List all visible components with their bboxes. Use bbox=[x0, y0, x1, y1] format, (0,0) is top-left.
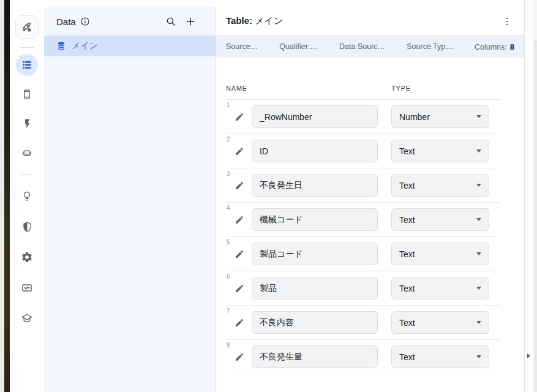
edit-column-icon[interactable] bbox=[235, 318, 244, 328]
search-icon[interactable] bbox=[165, 16, 176, 27]
sidebar-item-data[interactable] bbox=[10, 50, 44, 80]
column-type-value: Text bbox=[399, 146, 415, 156]
lightbulb-icon bbox=[21, 190, 33, 202]
column-name-input[interactable] bbox=[252, 311, 378, 334]
column-type-value: Text bbox=[399, 318, 415, 328]
column-type-select[interactable]: Text bbox=[391, 345, 489, 368]
column-type-value: Text bbox=[399, 352, 415, 362]
summary-field[interactable]: Source… bbox=[226, 42, 258, 51]
column-name-input[interactable] bbox=[252, 140, 378, 162]
column-row: 3 Text bbox=[226, 168, 500, 203]
rocket-icon bbox=[20, 20, 34, 34]
edit-column-icon[interactable] bbox=[235, 284, 244, 293]
column-name-input[interactable] bbox=[252, 208, 378, 231]
sidebar-item-security[interactable] bbox=[10, 211, 44, 242]
edit-column-icon[interactable] bbox=[235, 215, 244, 225]
data-panel: Data bbox=[44, 7, 216, 392]
column-type-select[interactable]: Number bbox=[391, 105, 489, 128]
data-panel-title: Data bbox=[56, 17, 76, 27]
column-type-value: Text bbox=[399, 249, 415, 259]
sidebar-item-actions[interactable] bbox=[10, 109, 44, 138]
table-list-item-label: メイン bbox=[72, 40, 98, 51]
columns-count-label: Columns: bbox=[475, 43, 507, 51]
database-icon bbox=[56, 41, 66, 51]
data-panel-header: Data bbox=[44, 7, 216, 36]
row-index: 7 bbox=[227, 307, 230, 314]
columns-table-head: NAME TYPE bbox=[226, 85, 500, 93]
kebab-menu-icon bbox=[501, 16, 513, 27]
column-row: 2 Text bbox=[226, 134, 500, 168]
appsheet-editor-window: Data bbox=[0, 0, 537, 392]
sidebar-item-manage[interactable] bbox=[10, 273, 44, 303]
row-index: 8 bbox=[227, 342, 230, 349]
columns-rows: 1 Number 2 Text 3 bbox=[226, 100, 500, 374]
sidebar-item-settings[interactable] bbox=[10, 242, 44, 273]
column-type-select[interactable]: Text bbox=[391, 174, 489, 197]
column-type-value: Text bbox=[399, 284, 415, 293]
table-list-item-main[interactable]: メイン bbox=[44, 36, 216, 56]
column-name-input[interactable] bbox=[252, 277, 378, 300]
column-row: 1 Number bbox=[226, 100, 500, 134]
column-type-select[interactable]: Text bbox=[391, 208, 489, 231]
columns-count: Columns:8 bbox=[475, 42, 514, 51]
row-index: 6 bbox=[227, 273, 230, 280]
monitor-icon bbox=[21, 282, 33, 294]
column-name-input[interactable] bbox=[252, 243, 378, 265]
chevron-down-icon bbox=[476, 252, 481, 255]
column-type-select[interactable]: Text bbox=[391, 311, 489, 334]
column-type-select[interactable]: Text bbox=[391, 243, 489, 265]
right-panel-gutter bbox=[524, 0, 533, 392]
chevron-down-icon bbox=[476, 218, 481, 221]
column-row: 5 Text bbox=[226, 237, 500, 271]
table-name: メイン bbox=[255, 15, 283, 26]
table-editor-header: Table: メイン bbox=[216, 7, 524, 36]
summary-field[interactable]: Qualifier:… bbox=[279, 42, 318, 51]
table-editor-pane: Table: メイン Source…Qualifier:…Data Sourc…… bbox=[216, 7, 524, 392]
edit-column-icon[interactable] bbox=[235, 181, 244, 190]
sidebar-item-learn[interactable] bbox=[10, 303, 44, 334]
row-index: 3 bbox=[227, 170, 230, 177]
row-index: 2 bbox=[227, 136, 230, 143]
summary-field[interactable]: Source Typ… bbox=[407, 42, 453, 51]
chevron-down-icon bbox=[476, 355, 481, 358]
info-icon[interactable] bbox=[80, 17, 90, 26]
column-name-input[interactable] bbox=[252, 345, 378, 368]
table-menu-button[interactable] bbox=[500, 14, 514, 29]
column-row: 8 Text bbox=[226, 340, 500, 374]
edit-column-icon[interactable] bbox=[235, 146, 244, 156]
bolt-icon bbox=[21, 118, 32, 129]
summary-field[interactable]: Data Sourc… bbox=[339, 42, 385, 51]
desktop-right-edge bbox=[534, 0, 537, 392]
desktop-wallpaper-strip bbox=[4, 0, 10, 392]
chevron-right-icon[interactable] bbox=[527, 353, 530, 358]
column-type-select[interactable]: Text bbox=[391, 277, 489, 300]
sidebar-item-automation[interactable] bbox=[10, 138, 44, 168]
column-name-input[interactable] bbox=[252, 174, 378, 197]
row-index: 4 bbox=[227, 205, 230, 211]
column-type-value: Number bbox=[399, 112, 430, 122]
left-nav-rail bbox=[10, 0, 44, 392]
robot-icon bbox=[21, 147, 33, 159]
sidebar-item-app-views[interactable] bbox=[10, 80, 44, 109]
row-index: 5 bbox=[227, 239, 230, 246]
chevron-down-icon bbox=[476, 287, 481, 290]
column-type-value: Text bbox=[399, 181, 415, 190]
edit-column-icon[interactable] bbox=[235, 249, 244, 259]
rail-divider bbox=[20, 174, 34, 175]
column-name-input[interactable] bbox=[252, 105, 378, 128]
column-type-value: Text bbox=[399, 215, 415, 225]
column-type-select[interactable]: Text bbox=[391, 140, 489, 162]
phone-icon bbox=[21, 88, 33, 100]
app-preview-button[interactable] bbox=[15, 15, 39, 39]
data-icon bbox=[21, 59, 33, 71]
edit-column-icon[interactable] bbox=[235, 352, 244, 362]
shield-icon bbox=[21, 221, 33, 233]
row-index: 1 bbox=[227, 102, 230, 108]
add-icon[interactable] bbox=[185, 16, 196, 27]
gear-icon bbox=[21, 251, 33, 263]
columns-count-value: 8 bbox=[510, 42, 514, 51]
edit-column-icon[interactable] bbox=[235, 112, 244, 122]
column-row: 7 Text bbox=[226, 306, 500, 340]
sidebar-item-intelligence[interactable] bbox=[10, 181, 44, 211]
graduation-cap-icon bbox=[21, 312, 33, 325]
